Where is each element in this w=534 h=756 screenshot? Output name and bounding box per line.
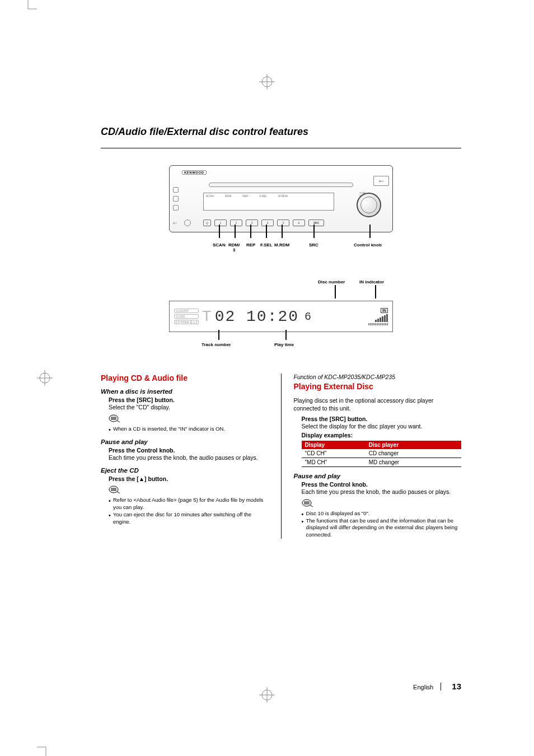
heading-playing-external: Playing External Disc — [294, 382, 462, 391]
device-figure: KENWOOD ▲ AUX SCAN RDM REP F.SEL M.RDM S… — [169, 165, 393, 264]
lcd-figure: Disc number IN indicator CLK/DISP CLASS … — [169, 285, 393, 350]
subhead-eject: Eject the CD — [101, 467, 269, 474]
callout-rep: REP — [246, 242, 255, 248]
preset-button-q: Q — [203, 220, 211, 226]
function-of-line: Function of KDC-MP2035/KDC-MP235 — [294, 374, 462, 380]
heading-playing-cd: Playing CD & Audio file — [101, 374, 269, 382]
preset-button-2: 2 — [230, 220, 242, 226]
callout-play-time: Play time — [274, 342, 294, 347]
callout-mrdm: M.RDM — [274, 242, 289, 248]
callout-disc-number: Disc number — [318, 279, 345, 284]
intro-external-disc: Playing discs set in the optional access… — [294, 396, 462, 412]
note-functions-differ: The functions that can be used and the i… — [306, 517, 462, 539]
text-pause-play-ext: Each time you press the knob, the audio … — [302, 488, 462, 496]
callout-fsel: F.SEL — [260, 242, 273, 248]
subhead-pause-play: Pause and play — [101, 438, 269, 445]
preset-button-row: Q 1 2 3 4 5 6 SRC — [203, 220, 339, 226]
section-title: CD/Audio file/External disc control feat… — [101, 126, 461, 138]
callout-track-number: Track number — [202, 342, 231, 347]
note-eject-10min: You can eject the disc for 10 minutes af… — [113, 511, 269, 526]
control-knob — [357, 193, 381, 217]
preset-button-5: 5 — [277, 220, 289, 226]
att-label: ATT — [173, 222, 177, 225]
note-icon — [302, 499, 462, 509]
device-left-buttons — [173, 187, 179, 211]
lcd-level-bars — [375, 314, 388, 322]
preset-button-4: 4 — [261, 220, 274, 226]
disc-slot — [209, 183, 353, 187]
att-button — [184, 220, 191, 226]
device-brand: KENWOOD — [182, 170, 207, 175]
note-about-audio-file: Refer to <About Audio file> (page 5) for… — [113, 497, 269, 511]
crop-mark-bottom-left — [37, 743, 50, 756]
subhead-pause-play-ext: Pause and play — [294, 473, 462, 479]
step-press-knob: Press the Control knob. — [109, 447, 269, 454]
page-footer: English 13 — [413, 682, 461, 691]
callout-scan: SCAN — [213, 242, 226, 248]
table-row: "MD CH" MD changer — [302, 458, 462, 466]
src-button: SRC — [308, 220, 324, 226]
title-rule — [101, 148, 461, 148]
display-examples-table: Display Disc player "CD CH" CD changer "… — [302, 441, 462, 467]
callout-in-indicator: IN indicator — [359, 279, 384, 284]
footer-language: English — [413, 684, 433, 690]
callout-src: SRC — [309, 242, 318, 248]
note-in-indicator: When a CD is inserted, the "IN" indicato… — [113, 426, 269, 433]
preset-button-6: 6 — [293, 220, 305, 226]
aux-port: AUX — [373, 176, 389, 186]
th-display: Display — [302, 441, 366, 449]
lcd-in-indicator: IN — [381, 308, 388, 313]
registration-mark-top — [259, 74, 275, 90]
step-press-src: Press the [SRC] button. — [109, 396, 269, 403]
device-callouts: SCAN RDM/ 3 REP F.SEL M.RDM SRC Control … — [169, 232, 393, 264]
th-disc-player: Disc player — [366, 441, 461, 449]
callout-rdm: RDM/ 3 — [228, 242, 240, 253]
note-icon — [109, 414, 269, 424]
callout-control-knob: Control knob — [354, 242, 382, 248]
text-pause-play: Each time you press the knob, the audio … — [109, 454, 269, 461]
subhead-disc-inserted: When a disc is inserted — [101, 388, 269, 395]
step-press-eject: Press the [▲] button. — [109, 475, 269, 482]
step-press-knob-ext: Press the Control knob. — [302, 481, 462, 488]
preset-button-3: 3 — [246, 220, 258, 226]
text-select-cd: Select the "CD" display. — [109, 403, 269, 411]
step-press-src-ext: Press the [SRC] button. — [302, 416, 462, 422]
note-disc10: Disc 10 is displayed as "0". — [306, 510, 462, 517]
table-row: "CD CH" CD changer — [302, 449, 462, 458]
footer-page-number: 13 — [452, 682, 461, 691]
lcd-spectrum — [368, 323, 388, 325]
lcd-left-badges: CLK/DISP CLASS SYSTEM Q — [174, 309, 199, 324]
preset-button-1: 1 — [214, 220, 227, 226]
crop-mark-top-left — [24, 0, 37, 13]
note-icon — [109, 486, 269, 496]
eject-glyph-inline: ▲ — [139, 475, 144, 482]
registration-mark-left — [37, 370, 53, 386]
text-select-disc-player: Select the display for the disc player y… — [302, 422, 462, 430]
lcd-digits: T 02 10:20 6 — [202, 308, 365, 325]
registration-mark-bottom — [259, 687, 275, 703]
display-examples-heading: Display examples: — [302, 432, 462, 438]
device-screen: SCAN RDM REP F.SEL M.RDM — [203, 193, 334, 211]
